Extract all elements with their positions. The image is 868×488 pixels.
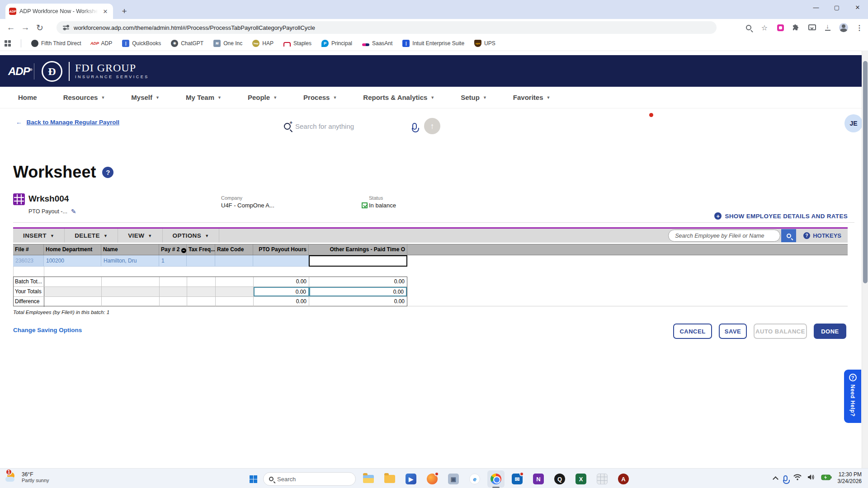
column-header-name[interactable]: Name [101, 244, 159, 255]
help-icon[interactable]: ? [102, 167, 113, 178]
cell-other-earnings-selected[interactable] [309, 255, 407, 267]
nav-myself[interactable]: Myself▼ [131, 94, 160, 101]
global-search-input[interactable] [295, 122, 408, 130]
bookmark-hap[interactable]: hapHAP [252, 40, 274, 47]
column-header-pto-payout-hours[interactable]: PTO Payout Hours [253, 244, 309, 255]
bookmark-star-icon[interactable]: ☆ [760, 23, 769, 33]
employee-search-input[interactable] [668, 230, 780, 242]
calendar-button[interactable]: Calendar [673, 114, 696, 132]
column-header-rate-code[interactable]: Rate Code [215, 244, 253, 255]
nav-people[interactable]: People▼ [248, 94, 277, 101]
browser-tab[interactable]: ADP ADP Workforce Now - Workshe ✕ [5, 4, 113, 19]
internet-explorer-icon[interactable]: e [466, 470, 483, 488]
bookmark-staples[interactable]: Staples [283, 40, 311, 47]
battery-icon[interactable] [821, 474, 832, 482]
user-avatar[interactable]: JE [844, 114, 863, 132]
bridge-button[interactable]: B Bridge [743, 114, 767, 132]
excel-icon[interactable]: X [572, 470, 590, 488]
taskbar-search-input[interactable] [277, 476, 340, 483]
outlook-icon[interactable]: ✉ [509, 470, 526, 488]
wifi-icon[interactable] [793, 474, 802, 482]
your-total-pto[interactable]: 0.00 [254, 287, 309, 296]
bookmark-principal[interactable]: PPrincipal [321, 40, 352, 47]
cell-name[interactable]: Hamilton, Dru [101, 255, 159, 266]
chrome-icon[interactable] [487, 470, 505, 488]
auto-balance-button[interactable]: AUTO BALANCE [754, 324, 807, 339]
window-maximize-button[interactable]: ▢ [826, 0, 847, 14]
bookmark-saasant[interactable]: SaasAnt [362, 40, 392, 47]
change-saving-options-link[interactable]: Change Saving Options [13, 327, 82, 333]
refresh-button[interactable]: ↻ [33, 20, 47, 35]
nav-resources[interactable]: Resources▼ [63, 94, 105, 101]
zoom-icon[interactable] [744, 23, 754, 33]
nav-my-team[interactable]: My Team▼ [186, 94, 222, 101]
address-bar[interactable]: workforcenow.adp.com/theme/admin.html#/P… [57, 21, 717, 34]
tray-mic-icon[interactable] [783, 475, 788, 481]
options-button[interactable]: OPTIONS▼ [163, 229, 220, 243]
cell-file-number[interactable]: 236023 [13, 255, 44, 266]
weather-widget[interactable]: 1 36°F Partly sunny [5, 470, 49, 484]
acrobat-icon[interactable]: A [615, 470, 632, 488]
bookmark-quickbooks[interactable]: |QuickBooks [122, 40, 161, 47]
bookmark-one-inc[interactable]: ≋One Inc [213, 40, 242, 47]
onenote-icon[interactable]: N [530, 470, 547, 488]
apps-grid-icon[interactable] [5, 40, 11, 47]
file-explorer-icon[interactable] [360, 470, 377, 488]
marketplace-button[interactable]: Marketplace [814, 114, 841, 132]
support-button[interactable]: ? Support [778, 114, 802, 132]
scrollbar-thumb[interactable] [863, 61, 868, 283]
learn-button[interactable]: Learn [708, 114, 731, 132]
column-header-file[interactable]: File # [13, 244, 44, 255]
cancel-button[interactable]: CANCEL [673, 324, 712, 339]
column-header-tax-freq[interactable]: Tax Freq... [187, 244, 215, 255]
bookmark-intuit[interactable]: |Intuit Enterprise Suite [402, 40, 464, 47]
show-employee-details-link[interactable]: + SHOW EMPLOYEE DETAILS AND RATES [714, 212, 848, 220]
window-minimize-button[interactable]: — [806, 0, 826, 14]
taskbar-search[interactable] [263, 472, 356, 486]
taskbar-clock[interactable]: 12:30 PM 3/24/2026 [838, 471, 862, 485]
cell-pto-payout-hours[interactable] [253, 255, 309, 266]
delete-button[interactable]: DELETE▼ [65, 229, 118, 243]
calculator-icon[interactable] [594, 470, 611, 488]
new-tab-button[interactable]: + [118, 5, 130, 17]
bookmark-fifth-third[interactable]: Fifth Third Direct [31, 40, 81, 47]
insert-button[interactable]: INSERT▼ [13, 229, 65, 243]
nav-reports-analytics[interactable]: Reports & Analytics▼ [363, 94, 434, 101]
cell-home-department[interactable]: 100200 [44, 255, 101, 266]
mic-icon[interactable] [412, 123, 417, 130]
bookmark-adp[interactable]: ADPADP [91, 40, 112, 47]
open-in-app-icon[interactable] [807, 23, 817, 33]
firefox-icon[interactable] [424, 470, 441, 488]
back-button[interactable]: ← [4, 20, 18, 35]
downloads-icon[interactable] [823, 23, 833, 33]
things-to-do-button[interactable]: ✓ Things to Do [633, 114, 661, 132]
nav-favorites[interactable]: Favorites▼ [513, 94, 551, 101]
column-header-home-department[interactable]: Home Department [44, 244, 101, 255]
nav-home[interactable]: Home [18, 94, 37, 101]
hotkeys-link[interactable]: ? HOTKEYS [803, 232, 841, 239]
start-button[interactable] [250, 475, 257, 483]
folder-icon[interactable] [381, 470, 398, 488]
site-settings-icon[interactable] [63, 25, 69, 30]
bookmark-ups[interactable]: upsUPS [474, 40, 495, 47]
browser-menu-icon[interactable]: ⋮ [854, 23, 864, 33]
cell-rate-code[interactable] [215, 255, 253, 266]
app-icon-gray[interactable]: ▣ [445, 470, 462, 488]
your-total-other[interactable]: 0.00 [309, 287, 407, 296]
done-button[interactable]: DONE [814, 324, 846, 339]
search-submit-button[interactable]: ↑ [424, 118, 440, 134]
extension-pink-icon[interactable] [775, 23, 785, 33]
edit-pencil-icon[interactable]: ✎ [71, 208, 76, 215]
back-to-manage-payroll-link[interactable]: ← Back to Manage Regular Payroll [16, 119, 119, 126]
quickbooks-icon[interactable]: Q [551, 470, 568, 488]
forward-button[interactable]: → [18, 20, 33, 35]
nav-process[interactable]: Process▼ [303, 94, 337, 101]
tab-close-icon[interactable]: ✕ [101, 7, 109, 15]
nav-setup[interactable]: Setup▼ [461, 94, 487, 101]
tray-chevron-icon[interactable] [773, 476, 778, 482]
bookmark-chatgpt[interactable]: ✳ChatGPT [171, 40, 203, 47]
whats-new-button[interactable]: What's New [594, 114, 621, 132]
cell-tax-freq[interactable] [187, 255, 215, 266]
cell-pay-2[interactable]: 1 [159, 255, 187, 266]
extensions-puzzle-icon[interactable] [791, 23, 801, 33]
